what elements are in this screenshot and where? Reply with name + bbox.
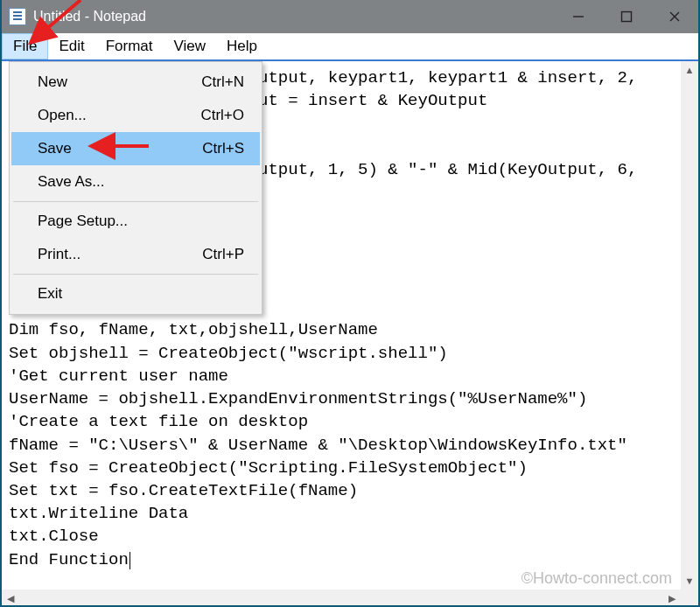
text-caret — [130, 552, 130, 569]
svg-rect-1 — [621, 12, 631, 22]
title-bar: Untitled - Notepad — [2, 0, 698, 33]
menu-item-label: Print... — [11, 246, 202, 263]
menu-file[interactable]: File — [2, 33, 48, 59]
watermark-text: ©Howto-connect.com — [522, 569, 672, 588]
editor-area: )utput, keypart1, keypart1 & insert, 2, … — [2, 61, 698, 607]
menu-help[interactable]: Help — [216, 33, 268, 59]
menu-item-print[interactable]: Print... Ctrl+P — [11, 238, 260, 271]
menu-separator — [13, 274, 258, 275]
menu-edit[interactable]: Edit — [48, 33, 94, 59]
menu-item-shortcut: Ctrl+P — [202, 246, 260, 263]
scroll-down-icon[interactable]: ▼ — [681, 572, 698, 590]
menu-item-label: Exit — [11, 285, 244, 303]
vertical-scrollbar[interactable]: ▲ ▼ — [681, 61, 698, 590]
notepad-icon — [9, 8, 26, 25]
menu-item-new[interactable]: New Ctrl+N — [11, 66, 260, 99]
menu-item-shortcut: Ctrl+O — [200, 107, 260, 124]
menu-item-label: Save — [11, 140, 202, 157]
menu-item-shortcut: Ctrl+S — [202, 140, 260, 157]
menu-item-label: Open... — [11, 107, 200, 124]
menu-bar: File Edit Format View Help — [2, 33, 698, 61]
close-button[interactable] — [650, 0, 698, 33]
menu-item-label: Page Setup... — [11, 213, 244, 230]
menu-item-save[interactable]: Save Ctrl+S — [11, 132, 260, 165]
menu-item-page-setup[interactable]: Page Setup... — [11, 205, 260, 238]
minimize-button[interactable] — [554, 0, 602, 33]
maximize-button[interactable] — [602, 0, 650, 33]
file-dropdown: New Ctrl+N Open... Ctrl+O Save Ctrl+S Sa… — [9, 61, 262, 315]
menu-item-exit[interactable]: Exit — [11, 277, 260, 310]
menu-item-save-as[interactable]: Save As... — [11, 165, 260, 199]
window-title: Untitled - Notepad — [33, 9, 146, 24]
scroll-up-icon[interactable]: ▲ — [681, 61, 698, 79]
menu-separator — [13, 201, 258, 202]
menu-item-label: Save As... — [11, 173, 244, 191]
menu-item-open[interactable]: Open... Ctrl+O — [11, 99, 260, 132]
scroll-right-icon[interactable]: ▶ — [663, 590, 681, 607]
menu-item-label: New — [11, 73, 201, 91]
horizontal-scrollbar[interactable]: ◀ ▶ — [2, 590, 698, 607]
menu-view[interactable]: View — [164, 33, 217, 59]
menu-format[interactable]: Format — [95, 33, 164, 59]
menu-item-shortcut: Ctrl+N — [201, 73, 260, 91]
scroll-left-icon[interactable]: ◀ — [2, 590, 19, 607]
